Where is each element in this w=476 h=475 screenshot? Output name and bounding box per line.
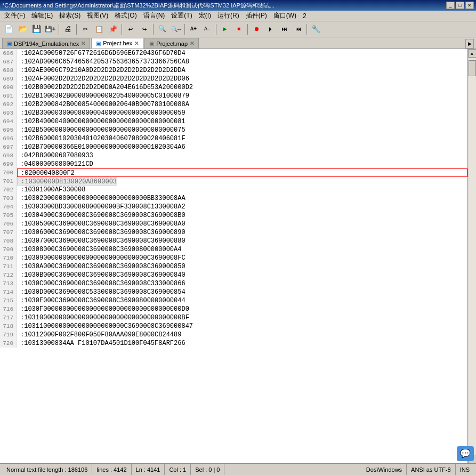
scroll-track[interactable] [469,58,476,455]
tab-project-hex[interactable]: ▣ Project.hex ✕ [91,38,143,49]
menu-file[interactable]: 文件(F) [1,10,28,21]
line-content[interactable]: :02000040800F2 [17,168,467,177]
run-button[interactable]: ▶ [219,23,231,35]
menu-search[interactable]: 搜索(S) [56,10,84,21]
tab-project-map[interactable]: ▣ Project.map ✕ [144,38,199,49]
close-button[interactable]: ✕ [465,2,474,9]
menu-language[interactable]: 语言(N) [140,10,168,21]
menu-settings[interactable]: 设置(T) [168,10,195,21]
zoom-in-button[interactable]: A+ [187,23,200,35]
minimize-button[interactable]: _ [446,2,455,9]
tab-dsp[interactable]: ▣ DSP194x_Emulation.hex ✕ [2,38,90,49]
line-content[interactable]: :1030F0000000000000000000000000000000000… [17,305,189,313]
maximize-button[interactable]: □ [456,2,464,9]
line-content[interactable]: :102AE0006C79210A0D2D2D2D2D2D2D2D2D2D2D2… [17,66,185,75]
table-row: 704:10303000BD33008080000000BF330008C133… [0,203,467,211]
title-bar: *C:\Documents and Settings\Administrator… [0,0,476,11]
line-content[interactable]: :102B50000000000000000000000000000000000… [17,126,185,134]
save-button[interactable]: 💾 [30,23,43,35]
line-content[interactable]: :1030A000C3690008C3690008C3690008C369000… [17,262,185,271]
code-area[interactable]: 686:102AC00050726F6772616D6D696E6720436F… [0,49,467,463]
line-content[interactable]: :102AC00050726F6772616D6D696E6720436F6D7… [17,49,185,58]
line-content[interactable]: :102B1000302B0008000000020540000005C0100… [17,92,189,100]
menu-plugins[interactable]: 插件(P) [243,10,270,21]
line-content[interactable]: :1030E000C3690008C3690008C36900800000000… [17,296,185,305]
line-content[interactable]: :102B40000400000000000000000000000000000… [17,117,185,126]
line-content[interactable]: :102AD0006C65746564205375636365737336675… [17,58,189,66]
line-content[interactable]: :1030D000C3690008C5330008C3690008C369000… [17,288,185,296]
copy-button[interactable]: 📋 [93,23,106,35]
line-number: 687 [0,58,17,66]
zoom-out-button[interactable]: A- [201,23,214,35]
tabs-bar: ▣ DSP194x_Emulation.hex ✕ ▣ Project.hex … [0,37,476,49]
skip-button[interactable]: ⏭ [278,23,291,35]
line-content[interactable]: :10307000C3690008C3690008C3690008C369000… [17,237,185,245]
line-content[interactable]: :102AF0002D2D2D2D2D2D2D2D2D2D2D2D2D2D2D2… [17,75,189,83]
line-content[interactable]: :10300000D8130020A8600003 [17,177,117,186]
table-row: 686:102AC00050726F6772616D6D696E6720436F… [0,49,467,58]
tab-scroll-right[interactable]: ▶ [465,39,474,49]
scrollbar[interactable]: ▲ ▼ [467,49,476,463]
tab-project-hex-close[interactable]: ✕ [134,41,139,46]
open-button[interactable]: 📂 [16,23,29,35]
line-content[interactable]: :102B2000842B00085400000020640B000780100… [17,100,189,109]
menu-edit[interactable]: 编辑(E) [28,10,56,21]
line-content[interactable]: :102B700000366E0100000000000000000102030… [17,143,185,151]
line-number: 712 [0,271,17,279]
menu-macro[interactable]: 宏(I) [196,10,214,21]
line-number: 697 [0,143,17,151]
new-button[interactable]: 📄 [2,23,15,35]
chat-icon[interactable]: 💬 [457,446,474,461]
line-content[interactable]: :10311000000000000000000000C3690008C3690… [17,322,193,331]
save-all-button[interactable]: 💾+ [44,23,57,35]
play-button[interactable]: ⏵ [264,23,277,35]
table-row: 720:10313000834AA F10107DA4501D100F045F8… [0,339,467,348]
stop-button[interactable]: ■ [232,23,245,35]
line-number: 692 [0,100,17,109]
undo-button[interactable]: ↩ [124,23,137,35]
menu-view[interactable]: 视图(V) [84,10,111,21]
tab-project-map-close[interactable]: ✕ [190,41,194,46]
line-content[interactable]: :10308000C3690008C3690008C36900800000000… [17,245,181,254]
line-content[interactable]: :0400000508000121CD [17,160,93,168]
redo-button[interactable]: ↪ [138,23,151,35]
scroll-thumb[interactable] [469,60,476,76]
line-content[interactable]: :103100000000000000000000000000000000000… [17,313,189,322]
line-content[interactable]: :102B30000300008000004000000000000000000… [17,109,185,117]
line-content[interactable]: :10309000000000000000000000000000C369000… [17,254,185,262]
line-content[interactable]: :1030B000C3690008C3690008C3690008C369000… [17,271,185,279]
menu-format[interactable]: 格式(O) [111,10,140,21]
menu-2[interactable]: 2 [300,11,310,21]
menu-window[interactable]: 窗口(W) [270,10,300,21]
line-content[interactable]: :10305000C3690008C3690008C3690008C369000… [17,220,185,228]
line-content[interactable]: :102B00002D2D2D2D2D2D0D0A204E616D653A200… [17,83,193,92]
back-button[interactable]: ⏮ [292,23,304,35]
print-button[interactable]: 🖨 [61,23,74,35]
scroll-up-button[interactable]: ▲ [468,49,477,58]
find-button[interactable]: 🔍 [156,23,168,35]
line-number: 696 [0,134,17,143]
line-content[interactable]: :10313000834AA F10107DA4501D100F045F8ARF… [17,339,185,348]
find-replace-button[interactable]: 🔍↔ [170,23,182,35]
table-row: 701:10300000D8130020A8600003 [0,177,467,186]
copy-icon: 📋 [95,25,103,34]
line-content[interactable]: :10312000F002F800F050F80AAA090E8000C8244… [17,331,181,339]
line-content[interactable]: :10306000C3690008C3690008C3690008C369000… [17,228,185,237]
cut-button[interactable]: ✂ [79,23,92,35]
line-content[interactable]: :10304000C3690008C3690008C3690008C369000… [17,211,185,220]
settings-button[interactable]: 🔧 [309,23,322,35]
tab-dsp-close[interactable]: ✕ [81,41,85,46]
paste-button[interactable]: 📌 [107,23,119,35]
line-content[interactable]: :10303000BD33008080000000BF330008C133000… [17,203,185,211]
line-number: 704 [0,203,17,211]
redo-icon: ↪ [142,25,147,34]
menu-run[interactable]: 运行(R) [214,10,243,21]
title-buttons[interactable]: _ □ ✕ [446,2,474,9]
line-content[interactable]: :10301000AF330008 [17,186,85,194]
table-row: 718:10311000000000000000000000C3690008C3… [0,322,467,331]
line-content[interactable]: :042B80000607080933 [17,151,93,160]
record-button[interactable]: ⏺ [250,23,263,35]
line-content[interactable]: :10302000000000000000000000000000BB33000… [17,194,185,203]
line-content[interactable]: :1030C000C3690008C3690008C3690008C333000… [17,279,185,288]
line-content[interactable]: :102B60000102030401020304060708090204060… [17,134,185,143]
